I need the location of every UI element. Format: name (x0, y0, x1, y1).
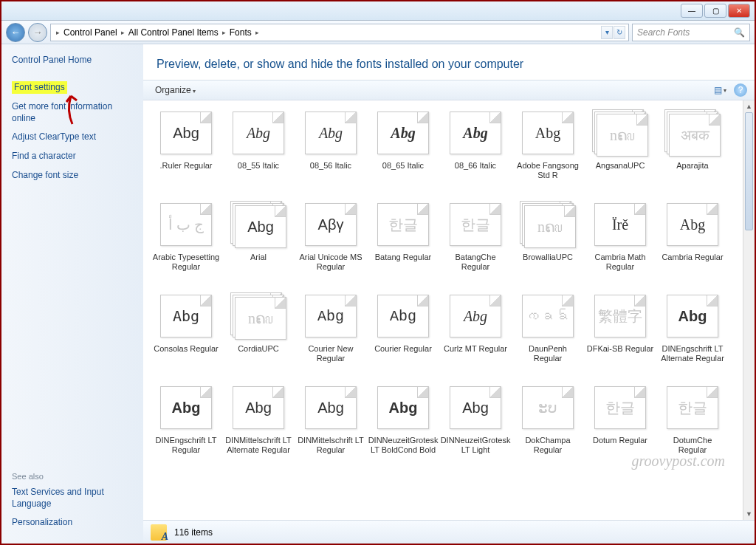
font-item[interactable]: AbgCourier New Regular (295, 291, 366, 380)
font-sample: Αβγ (318, 216, 344, 233)
breadcrumb[interactable]: ▸ Control Panel ▸ All Control Panel Item… (50, 24, 629, 41)
breadcrumb-root-icon: ▸ (54, 29, 62, 36)
main-panel: Preview, delete, or show and hide the fo… (143, 44, 755, 544)
font-sample: Abg (390, 308, 416, 325)
sidebar-link-more-info[interactable]: Get more font information online (12, 101, 133, 124)
font-item[interactable]: Abg08_65 Italic (368, 108, 439, 196)
close-button[interactable]: ✕ (728, 4, 750, 18)
breadcrumb-seg-0[interactable]: Control Panel (62, 27, 119, 38)
font-thumbnail: 한글 (447, 201, 504, 250)
font-label: Batang Regular (375, 253, 431, 262)
chevron-right-icon[interactable]: ▸ (220, 29, 228, 36)
font-item[interactable]: AbgDINNeuzeitGrotesk LT Light (440, 383, 511, 471)
font-sample: Ïrě (612, 216, 628, 233)
font-item[interactable]: nຄຎAngsanaUPC (585, 108, 656, 196)
search-placeholder: Search Fonts (637, 27, 690, 38)
font-item[interactable]: Abg08_55 Italic (223, 108, 294, 196)
font-sample: 繁體字 (598, 306, 642, 326)
font-item[interactable]: AbgArial (223, 199, 294, 288)
font-item[interactable]: AbgCourier Regular (368, 291, 439, 380)
font-sample: Abg (389, 400, 418, 417)
font-item[interactable]: AbgCambria Regular (657, 199, 728, 288)
font-sample: Abg (317, 400, 344, 417)
font-sample: Abg (535, 125, 560, 142)
refresh-button[interactable]: ↻ (614, 26, 625, 39)
chevron-right-icon[interactable]: ▸ (253, 29, 261, 36)
font-item[interactable]: Abg08_56 Italic (295, 108, 366, 196)
organize-button[interactable]: Organize▾ (151, 83, 200, 97)
scroll-up-icon[interactable]: ▲ (743, 100, 755, 112)
font-item[interactable]: ະບDokChampa Regular (512, 383, 583, 471)
font-sample: Abg (173, 307, 199, 325)
font-item[interactable]: अबकAparajita (657, 108, 728, 196)
font-item[interactable]: 한글DotumChe Regular (657, 383, 728, 471)
font-sample: Abg (391, 125, 415, 142)
font-item[interactable]: nຄຎCordiaUPC (223, 291, 294, 380)
font-label: DokChampa Regular (514, 436, 582, 455)
page-title: Preview, delete, or show and hide the fo… (143, 44, 755, 80)
font-sample: nຄຎ (537, 218, 563, 236)
font-item[interactable]: Abg.Ruler Regular (151, 108, 221, 196)
vertical-scrollbar[interactable]: ▲ ▼ (743, 100, 755, 520)
forward-button[interactable]: → (28, 23, 47, 42)
breadcrumb-seg-2[interactable]: Fonts (228, 27, 253, 38)
font-item[interactable]: AbgAdobe Fangsong Std R (512, 108, 583, 196)
fonts-folder-icon (151, 524, 167, 541)
search-input[interactable]: Search Fonts 🔍 (632, 24, 750, 41)
sidebar-link-font-settings[interactable]: Font settings (12, 81, 67, 95)
font-thumbnail: nຄຎ (592, 109, 648, 158)
font-item[interactable]: 한글Batang Regular (368, 199, 439, 288)
font-thumbnail: Abg (664, 292, 721, 341)
chevron-right-icon[interactable]: ▸ (119, 29, 127, 36)
font-sample: Abg (317, 308, 344, 325)
back-button[interactable]: ← (6, 23, 25, 42)
font-item[interactable]: AbgDINMittelschrift LT Alternate Regular (223, 383, 294, 471)
content-toolbar: Organize▾ ▤▾ ? (143, 80, 755, 100)
font-thumbnail: ະບ (520, 384, 576, 433)
font-label: Cambria Regular (662, 253, 723, 262)
breadcrumb-dropdown-button[interactable]: ▾ (601, 26, 613, 39)
font-thumbnail: nຄຎ (230, 292, 286, 341)
font-item[interactable]: AbgCurlz MT Regular (440, 291, 511, 380)
font-item[interactable]: AbgDINMittelschrift LT Regular (295, 383, 366, 471)
minimize-button[interactable]: — (681, 4, 703, 18)
font-label: Arial Unicode MS Regular (297, 253, 365, 272)
font-sample: Abg (319, 125, 343, 142)
font-label: 08_56 Italic (310, 161, 351, 171)
font-item[interactable]: ΑβγArial Unicode MS Regular (295, 199, 366, 288)
font-sample: Abg (247, 219, 274, 236)
font-item[interactable]: 한글BatangChe Regular (440, 199, 511, 288)
font-thumbnail: अबक (664, 109, 721, 158)
font-sample: Abg (173, 125, 199, 142)
font-item[interactable]: ÏrěCambria Math Regular (585, 199, 656, 288)
font-item[interactable]: ᨠᨡᨢDaunPenh Regular (512, 291, 583, 380)
help-button[interactable]: ? (734, 83, 747, 97)
font-label: Consolas Regular (154, 344, 218, 354)
font-item[interactable]: nຄຎBrowalliaUPC (512, 199, 583, 288)
font-thumbnail: Abg (230, 384, 286, 433)
font-item[interactable]: AbgDINEngschrift LT Regular (151, 383, 221, 471)
sidebar-link-cleartype[interactable]: Adjust ClearType text (12, 131, 133, 143)
font-label: DaunPenh Regular (514, 344, 582, 363)
maximize-button[interactable]: ▢ (704, 4, 726, 18)
see-also-link-0[interactable]: Text Services and Input Language (12, 487, 133, 510)
font-item[interactable]: AbgConsolas Regular (151, 291, 221, 380)
scroll-down-icon[interactable]: ▼ (743, 508, 755, 520)
breadcrumb-seg-1[interactable]: All Control Panel Items (127, 27, 220, 38)
font-item[interactable]: 繁體字DFKai-SB Regular (585, 291, 656, 380)
font-label: Cambria Math Regular (586, 253, 654, 272)
sidebar-link-find-char[interactable]: Find a character (12, 151, 133, 162)
views-button[interactable]: ▤▾ (713, 83, 726, 97)
font-thumbnail: ᨠᨡᨢ (520, 292, 576, 341)
font-item[interactable]: ج ب أArabic Typesetting Regular (151, 199, 221, 288)
sidebar-link-change-size[interactable]: Change font size (12, 170, 133, 182)
scrollbar-thumb[interactable] (745, 112, 753, 230)
sidebar-home-link[interactable]: Control Panel Home (12, 55, 133, 66)
font-item[interactable]: AbgDINNeuzeitGrotesk LT BoldCond Bold (368, 383, 439, 471)
font-label: 08_65 Italic (382, 161, 424, 171)
see-also-link-1[interactable]: Personalization (12, 517, 133, 529)
font-item[interactable]: 한글Dotum Regular (585, 383, 656, 471)
font-item[interactable]: Abg08_66 Italic (440, 108, 511, 196)
font-sample: ᨠᨡᨢ (526, 308, 570, 325)
font-item[interactable]: AbgDINEngschrift LT Alternate Regular (657, 291, 728, 380)
